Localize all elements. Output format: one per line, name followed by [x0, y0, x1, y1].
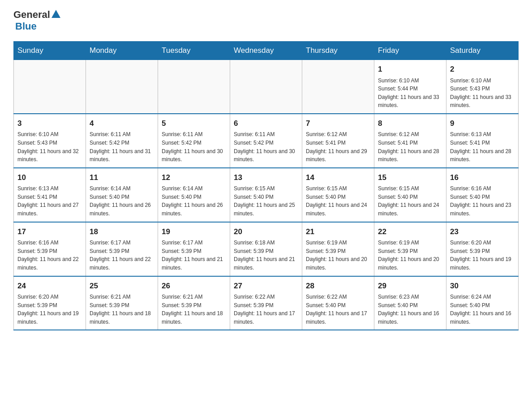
calendar-cell — [230, 60, 302, 114]
logo: General Blue — [13, 9, 62, 32]
weekday-header-sunday: Sunday — [14, 42, 86, 60]
day-info: Sunrise: 6:15 AM Sunset: 5:40 PM Dayligh… — [306, 184, 370, 218]
calendar-cell: 9Sunrise: 6:13 AM Sunset: 5:41 PM Daylig… — [446, 114, 519, 168]
day-number: 24 — [17, 280, 82, 292]
calendar-cell: 20Sunrise: 6:18 AM Sunset: 5:39 PM Dayli… — [230, 222, 302, 276]
day-number: 5 — [162, 118, 226, 129]
day-number: 2 — [450, 64, 515, 75]
calendar-cell: 30Sunrise: 6:24 AM Sunset: 5:40 PM Dayli… — [446, 276, 519, 330]
calendar-cell: 15Sunrise: 6:15 AM Sunset: 5:40 PM Dayli… — [374, 168, 446, 222]
day-info: Sunrise: 6:14 AM Sunset: 5:40 PM Dayligh… — [162, 184, 226, 218]
day-number: 14 — [306, 172, 370, 184]
calendar-cell: 17Sunrise: 6:16 AM Sunset: 5:39 PM Dayli… — [14, 222, 86, 276]
calendar-cell — [14, 60, 86, 114]
calendar-cell: 26Sunrise: 6:21 AM Sunset: 5:39 PM Dayli… — [158, 276, 230, 330]
day-info: Sunrise: 6:20 AM Sunset: 5:39 PM Dayligh… — [450, 239, 515, 272]
day-number: 15 — [378, 172, 442, 184]
page-header: General Blue — [13, 9, 519, 32]
calendar-cell: 18Sunrise: 6:17 AM Sunset: 5:39 PM Dayli… — [86, 222, 158, 276]
calendar-cell: 2Sunrise: 6:10 AM Sunset: 5:43 PM Daylig… — [446, 60, 519, 114]
calendar-cell: 27Sunrise: 6:22 AM Sunset: 5:39 PM Dayli… — [230, 276, 302, 330]
day-info: Sunrise: 6:11 AM Sunset: 5:42 PM Dayligh… — [90, 130, 154, 163]
calendar-cell: 13Sunrise: 6:15 AM Sunset: 5:40 PM Dayli… — [230, 168, 302, 222]
calendar-cell: 11Sunrise: 6:14 AM Sunset: 5:40 PM Dayli… — [86, 168, 158, 222]
day-info: Sunrise: 6:11 AM Sunset: 5:42 PM Dayligh… — [234, 130, 298, 163]
day-number: 20 — [234, 226, 298, 238]
calendar-cell: 8Sunrise: 6:12 AM Sunset: 5:41 PM Daylig… — [374, 114, 446, 168]
calendar-cell: 4Sunrise: 6:11 AM Sunset: 5:42 PM Daylig… — [86, 114, 158, 168]
day-number: 10 — [17, 172, 82, 184]
day-info: Sunrise: 6:16 AM Sunset: 5:39 PM Dayligh… — [17, 239, 82, 272]
calendar-cell: 7Sunrise: 6:12 AM Sunset: 5:41 PM Daylig… — [302, 114, 374, 168]
calendar-cell: 6Sunrise: 6:11 AM Sunset: 5:42 PM Daylig… — [230, 114, 302, 168]
calendar-cell: 19Sunrise: 6:17 AM Sunset: 5:39 PM Dayli… — [158, 222, 230, 276]
calendar-week-row: 3Sunrise: 6:10 AM Sunset: 5:43 PM Daylig… — [14, 114, 519, 168]
logo-blue-text: Blue — [15, 21, 37, 32]
day-number: 26 — [162, 280, 226, 292]
day-info: Sunrise: 6:14 AM Sunset: 5:40 PM Dayligh… — [90, 184, 154, 218]
day-info: Sunrise: 6:13 AM Sunset: 5:41 PM Dayligh… — [450, 130, 515, 163]
day-info: Sunrise: 6:10 AM Sunset: 5:44 PM Dayligh… — [378, 77, 442, 110]
day-info: Sunrise: 6:17 AM Sunset: 5:39 PM Dayligh… — [90, 239, 154, 272]
calendar-table: SundayMondayTuesdayWednesdayThursdayFrid… — [13, 41, 519, 330]
day-info: Sunrise: 6:12 AM Sunset: 5:41 PM Dayligh… — [306, 130, 370, 163]
logo-triangle-icon — [51, 10, 60, 18]
day-info: Sunrise: 6:22 AM Sunset: 5:40 PM Dayligh… — [306, 293, 370, 326]
calendar-cell: 28Sunrise: 6:22 AM Sunset: 5:40 PM Dayli… — [302, 276, 374, 330]
calendar-week-row: 24Sunrise: 6:20 AM Sunset: 5:39 PM Dayli… — [14, 276, 519, 330]
day-info: Sunrise: 6:23 AM Sunset: 5:40 PM Dayligh… — [378, 293, 442, 326]
day-number: 25 — [90, 280, 154, 292]
calendar-cell: 10Sunrise: 6:13 AM Sunset: 5:41 PM Dayli… — [14, 168, 86, 222]
weekday-header-wednesday: Wednesday — [230, 42, 302, 60]
day-number: 22 — [378, 226, 442, 238]
day-number: 18 — [90, 226, 154, 238]
day-info: Sunrise: 6:20 AM Sunset: 5:39 PM Dayligh… — [17, 293, 82, 326]
calendar-cell — [302, 60, 374, 114]
calendar-cell: 23Sunrise: 6:20 AM Sunset: 5:39 PM Dayli… — [446, 222, 519, 276]
day-number: 8 — [378, 118, 442, 129]
day-info: Sunrise: 6:10 AM Sunset: 5:43 PM Dayligh… — [450, 77, 515, 110]
logo-general-text: General — [13, 9, 50, 21]
day-info: Sunrise: 6:13 AM Sunset: 5:41 PM Dayligh… — [17, 184, 82, 218]
calendar-header: SundayMondayTuesdayWednesdayThursdayFrid… — [14, 42, 519, 60]
day-number: 7 — [306, 118, 370, 129]
calendar-week-row: 1Sunrise: 6:10 AM Sunset: 5:44 PM Daylig… — [14, 60, 519, 114]
weekday-header-saturday: Saturday — [446, 42, 519, 60]
calendar-cell: 5Sunrise: 6:11 AM Sunset: 5:42 PM Daylig… — [158, 114, 230, 168]
day-info: Sunrise: 6:21 AM Sunset: 5:39 PM Dayligh… — [90, 293, 154, 326]
day-number: 17 — [17, 226, 82, 238]
day-number: 6 — [234, 118, 298, 129]
day-info: Sunrise: 6:19 AM Sunset: 5:39 PM Dayligh… — [306, 239, 370, 272]
day-number: 29 — [378, 280, 442, 292]
day-number: 3 — [17, 118, 82, 129]
calendar-cell: 3Sunrise: 6:10 AM Sunset: 5:43 PM Daylig… — [14, 114, 86, 168]
day-info: Sunrise: 6:21 AM Sunset: 5:39 PM Dayligh… — [162, 293, 226, 326]
calendar-cell: 21Sunrise: 6:19 AM Sunset: 5:39 PM Dayli… — [302, 222, 374, 276]
calendar-cell: 16Sunrise: 6:16 AM Sunset: 5:40 PM Dayli… — [446, 168, 519, 222]
day-number: 9 — [450, 118, 515, 129]
day-number: 12 — [162, 172, 226, 184]
calendar-cell: 12Sunrise: 6:14 AM Sunset: 5:40 PM Dayli… — [158, 168, 230, 222]
day-number: 30 — [450, 280, 515, 292]
day-info: Sunrise: 6:12 AM Sunset: 5:41 PM Dayligh… — [378, 130, 442, 163]
calendar-cell — [86, 60, 158, 114]
day-number: 28 — [306, 280, 370, 292]
day-number: 23 — [450, 226, 515, 238]
day-info: Sunrise: 6:17 AM Sunset: 5:39 PM Dayligh… — [162, 239, 226, 272]
day-info: Sunrise: 6:19 AM Sunset: 5:39 PM Dayligh… — [378, 239, 442, 272]
day-info: Sunrise: 6:22 AM Sunset: 5:39 PM Dayligh… — [234, 293, 298, 326]
calendar-week-row: 17Sunrise: 6:16 AM Sunset: 5:39 PM Dayli… — [14, 222, 519, 276]
day-number: 11 — [90, 172, 154, 184]
calendar-cell: 24Sunrise: 6:20 AM Sunset: 5:39 PM Dayli… — [14, 276, 86, 330]
calendar-cell: 14Sunrise: 6:15 AM Sunset: 5:40 PM Dayli… — [302, 168, 374, 222]
weekday-header-monday: Monday — [86, 42, 158, 60]
day-info: Sunrise: 6:15 AM Sunset: 5:40 PM Dayligh… — [378, 184, 442, 218]
day-number: 19 — [162, 226, 226, 238]
weekday-header-tuesday: Tuesday — [158, 42, 230, 60]
calendar-week-row: 10Sunrise: 6:13 AM Sunset: 5:41 PM Dayli… — [14, 168, 519, 222]
weekday-header-thursday: Thursday — [302, 42, 374, 60]
calendar-cell: 29Sunrise: 6:23 AM Sunset: 5:40 PM Dayli… — [374, 276, 446, 330]
calendar-cell: 1Sunrise: 6:10 AM Sunset: 5:44 PM Daylig… — [374, 60, 446, 114]
calendar-cell — [158, 60, 230, 114]
day-info: Sunrise: 6:10 AM Sunset: 5:43 PM Dayligh… — [17, 130, 82, 163]
